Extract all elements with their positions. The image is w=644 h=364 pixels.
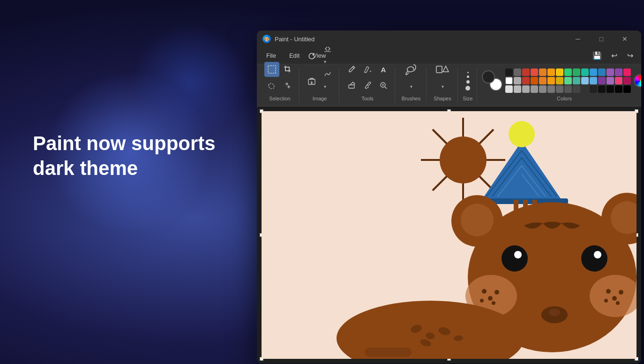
svg-rect-8 <box>436 66 442 73</box>
svg-point-48 <box>492 301 495 305</box>
color-blue4[interactable] <box>590 77 597 84</box>
menu-file[interactable]: File <box>261 50 282 61</box>
select-all-button[interactable] <box>280 78 295 93</box>
svg-point-47 <box>480 299 484 303</box>
color-pink[interactable] <box>623 68 631 76</box>
menu-edit[interactable]: Edit <box>284 50 305 61</box>
color-gray1[interactable] <box>514 68 521 76</box>
color-gray2[interactable] <box>514 77 521 84</box>
color-purple2[interactable] <box>615 68 622 76</box>
size-group: Size <box>459 67 477 103</box>
crop-button[interactable] <box>280 62 295 77</box>
selection-label: Selection <box>269 96 290 101</box>
image-tools-row2: ▾ <box>304 69 335 93</box>
size-dot-4[interactable] <box>465 86 470 91</box>
color-yellow2[interactable] <box>556 68 563 76</box>
shapes-dropdown[interactable]: ▾ <box>431 80 454 93</box>
selection-tools-row2 <box>264 78 295 93</box>
svg-rect-0 <box>268 66 276 73</box>
svg-point-51 <box>619 290 623 295</box>
color-gray9[interactable] <box>564 85 572 93</box>
size-dot-2[interactable] <box>467 76 469 78</box>
color-pink3[interactable] <box>623 77 631 84</box>
color-purple4[interactable] <box>607 77 614 84</box>
color-gray6[interactable] <box>539 85 547 93</box>
rotate-button[interactable] <box>304 49 319 64</box>
eraser-button[interactable] <box>344 78 359 93</box>
color-gray4[interactable] <box>522 85 530 93</box>
image-group: ▾ ▾ <box>300 67 339 103</box>
redo-button[interactable]: ↪ <box>622 48 637 63</box>
color-red[interactable] <box>531 68 538 76</box>
color-teal[interactable] <box>581 68 589 76</box>
color-gray16[interactable] <box>623 85 631 93</box>
color-orange[interactable] <box>539 68 547 76</box>
effects-group: ▾ <box>320 69 335 93</box>
color-green3[interactable] <box>564 77 572 84</box>
rectangular-select-button[interactable] <box>264 62 279 77</box>
size-dot-1[interactable] <box>467 72 469 73</box>
size-dot-3[interactable] <box>466 80 470 83</box>
undo-button[interactable]: ↩ <box>607 48 622 63</box>
color-gray13[interactable] <box>598 85 606 93</box>
canvas-illustration <box>262 111 637 359</box>
color-gray5[interactable] <box>531 85 538 93</box>
color-purple3[interactable] <box>598 77 606 84</box>
effects-dropdown[interactable]: ▾ <box>320 80 329 93</box>
color-light1[interactable] <box>505 85 513 93</box>
color-teal2[interactable] <box>573 77 580 84</box>
brush-dropdown[interactable]: ▾ <box>400 80 422 93</box>
color-yellow3[interactable] <box>547 77 555 84</box>
color-orange3[interactable] <box>539 77 547 84</box>
colors-group: + Colors <box>478 67 641 103</box>
eyedropper-button[interactable] <box>360 78 375 93</box>
color-gray12[interactable] <box>590 85 597 93</box>
color-green[interactable] <box>564 68 572 76</box>
custom-color-button[interactable]: + <box>634 74 641 87</box>
color-blue2[interactable] <box>598 68 606 76</box>
color-yellow4[interactable] <box>556 77 563 84</box>
color-green2[interactable] <box>573 68 580 76</box>
color-black[interactable] <box>505 68 513 76</box>
color-red-dark[interactable] <box>522 68 530 76</box>
color-gray11[interactable] <box>581 85 589 93</box>
resize-button[interactable] <box>320 44 335 54</box>
color-gray10[interactable] <box>573 85 580 93</box>
fill-button[interactable] <box>360 62 375 77</box>
brush-button[interactable] <box>400 60 422 79</box>
window-controls: ─ □ ✕ <box>567 31 636 46</box>
toolbar: Selection ▾ <box>257 64 641 106</box>
color-pink2[interactable] <box>615 77 622 84</box>
color-gray7[interactable] <box>547 85 555 93</box>
text-button[interactable]: A <box>376 62 391 77</box>
shapes-button[interactable] <box>431 60 454 79</box>
close-button[interactable]: ✕ <box>614 31 636 46</box>
effects-button[interactable] <box>320 69 335 79</box>
foreground-color-swatch[interactable] <box>482 70 495 83</box>
drawing-canvas[interactable] <box>262 111 637 359</box>
color-gray15[interactable] <box>615 85 622 93</box>
color-gray14[interactable] <box>607 85 614 93</box>
bg-blob-2 <box>131 23 248 141</box>
maximize-button[interactable]: □ <box>591 31 612 46</box>
color-blue3[interactable] <box>581 77 589 84</box>
pencil-button[interactable] <box>344 62 359 77</box>
color-purple[interactable] <box>607 68 614 76</box>
color-red3[interactable] <box>522 77 530 84</box>
color-orange2[interactable] <box>531 77 538 84</box>
magnifier-button[interactable] <box>376 78 391 93</box>
svg-point-49 <box>606 289 611 294</box>
color-gray8[interactable] <box>556 85 563 93</box>
tools-group: A <box>340 67 395 103</box>
resize-dropdown[interactable]: ▾ <box>320 55 329 68</box>
freeform-select-button[interactable] <box>264 78 279 93</box>
color-gray3[interactable] <box>514 85 521 93</box>
color-white[interactable] <box>505 77 513 84</box>
minimize-button[interactable]: ─ <box>567 31 589 46</box>
svg-line-5 <box>385 87 387 89</box>
color-yellow[interactable] <box>547 68 555 76</box>
color-blue[interactable] <box>590 68 597 76</box>
import-image-button[interactable] <box>304 74 319 89</box>
colors-main: + <box>482 68 641 93</box>
save-button[interactable]: 💾 <box>590 48 605 63</box>
